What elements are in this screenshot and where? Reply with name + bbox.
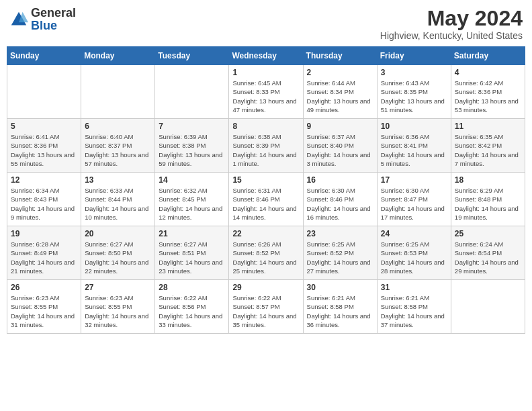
calendar-cell: 11Sunrise: 6:35 AM Sunset: 8:42 PM Dayli… (451, 119, 525, 173)
day-number: 6 (85, 122, 151, 131)
calendar-cell: 17Sunrise: 6:30 AM Sunset: 8:47 PM Dayli… (377, 173, 451, 226)
calendar-cell: 26Sunrise: 6:23 AM Sunset: 8:55 PM Dayli… (7, 280, 81, 334)
day-number: 13 (85, 175, 151, 185)
calendar-cell: 4Sunrise: 6:42 AM Sunset: 8:36 PM Daylig… (451, 65, 525, 119)
calendar-cell: 25Sunrise: 6:24 AM Sunset: 8:54 PM Dayli… (451, 226, 525, 280)
day-info: Sunrise: 6:21 AM Sunset: 8:58 PM Dayligh… (307, 293, 373, 329)
calendar-week-1: 1Sunrise: 6:45 AM Sunset: 8:33 PM Daylig… (7, 65, 525, 119)
day-info: Sunrise: 6:26 AM Sunset: 8:52 PM Dayligh… (232, 240, 299, 275)
day-info: Sunrise: 6:29 AM Sunset: 8:48 PM Dayligh… (455, 186, 521, 222)
day-info: Sunrise: 6:30 AM Sunset: 8:46 PM Dayligh… (307, 186, 373, 222)
day-number: 21 (159, 229, 225, 238)
day-number: 19 (11, 229, 77, 238)
calendar-week-2: 5Sunrise: 6:41 AM Sunset: 8:36 PM Daylig… (7, 119, 525, 173)
day-info: Sunrise: 6:22 AM Sunset: 8:57 PM Dayligh… (232, 293, 299, 329)
day-number: 1 (232, 68, 299, 77)
day-number: 22 (232, 229, 299, 238)
day-header-saturday: Saturday (451, 47, 525, 65)
calendar-week-3: 12Sunrise: 6:34 AM Sunset: 8:43 PM Dayli… (7, 173, 525, 226)
calendar-week-4: 19Sunrise: 6:28 AM Sunset: 8:49 PM Dayli… (7, 226, 525, 280)
day-info: Sunrise: 6:37 AM Sunset: 8:40 PM Dayligh… (307, 132, 373, 168)
day-header-sunday: Sunday (7, 47, 81, 65)
day-header-tuesday: Tuesday (155, 47, 229, 65)
day-info: Sunrise: 6:32 AM Sunset: 8:45 PM Dayligh… (159, 186, 225, 222)
day-number: 2 (307, 68, 373, 77)
calendar-cell: 16Sunrise: 6:30 AM Sunset: 8:46 PM Dayli… (303, 173, 377, 226)
calendar-cell: 20Sunrise: 6:27 AM Sunset: 8:50 PM Dayli… (81, 226, 155, 280)
logo: General Blue (9, 7, 76, 32)
day-number: 7 (159, 122, 225, 131)
day-info: Sunrise: 6:23 AM Sunset: 8:55 PM Dayligh… (11, 293, 77, 329)
calendar-cell: 15Sunrise: 6:31 AM Sunset: 8:46 PM Dayli… (229, 173, 303, 226)
day-number: 20 (85, 229, 151, 238)
calendar-cell: 29Sunrise: 6:22 AM Sunset: 8:57 PM Dayli… (229, 280, 303, 334)
day-number: 18 (455, 175, 521, 185)
day-info: Sunrise: 6:38 AM Sunset: 8:39 PM Dayligh… (232, 132, 299, 168)
day-info: Sunrise: 6:25 AM Sunset: 8:53 PM Dayligh… (381, 240, 447, 275)
logo-general: General Blue (31, 7, 76, 32)
day-info: Sunrise: 6:34 AM Sunset: 8:43 PM Dayligh… (11, 186, 77, 222)
calendar-cell (451, 280, 525, 334)
calendar-cell (81, 65, 155, 119)
calendar-body: 1Sunrise: 6:45 AM Sunset: 8:33 PM Daylig… (7, 65, 525, 334)
day-number: 31 (381, 283, 447, 292)
day-number: 8 (232, 122, 299, 131)
day-header-thursday: Thursday (303, 47, 377, 65)
day-number: 29 (232, 283, 299, 292)
day-number: 30 (307, 283, 373, 292)
day-number: 15 (232, 175, 299, 185)
calendar-cell: 1Sunrise: 6:45 AM Sunset: 8:33 PM Daylig… (229, 65, 303, 119)
calendar-cell: 13Sunrise: 6:33 AM Sunset: 8:44 PM Dayli… (81, 173, 155, 226)
calendar-cell: 9Sunrise: 6:37 AM Sunset: 8:40 PM Daylig… (303, 119, 377, 173)
day-header-wednesday: Wednesday (229, 47, 303, 65)
calendar-cell: 8Sunrise: 6:38 AM Sunset: 8:39 PM Daylig… (229, 119, 303, 173)
calendar-cell: 7Sunrise: 6:39 AM Sunset: 8:38 PM Daylig… (155, 119, 229, 173)
day-info: Sunrise: 6:41 AM Sunset: 8:36 PM Dayligh… (11, 132, 77, 168)
day-info: Sunrise: 6:27 AM Sunset: 8:51 PM Dayligh… (159, 240, 225, 275)
calendar-cell: 14Sunrise: 6:32 AM Sunset: 8:45 PM Dayli… (155, 173, 229, 226)
calendar-week-5: 26Sunrise: 6:23 AM Sunset: 8:55 PM Dayli… (7, 280, 525, 334)
calendar-table: SundayMondayTuesdayWednesdayThursdayFrid… (7, 46, 525, 334)
day-number: 11 (455, 122, 521, 131)
location: Highview, Kentucky, United States (380, 30, 523, 41)
day-info: Sunrise: 6:28 AM Sunset: 8:49 PM Dayligh… (11, 240, 77, 275)
day-number: 12 (11, 175, 77, 185)
day-info: Sunrise: 6:39 AM Sunset: 8:38 PM Dayligh… (159, 132, 225, 168)
day-header-friday: Friday (377, 47, 451, 65)
day-number: 16 (307, 175, 373, 185)
calendar-cell: 5Sunrise: 6:41 AM Sunset: 8:36 PM Daylig… (7, 119, 81, 173)
calendar-cell: 31Sunrise: 6:21 AM Sunset: 8:58 PM Dayli… (377, 280, 451, 334)
calendar-cell: 28Sunrise: 6:22 AM Sunset: 8:56 PM Dayli… (155, 280, 229, 334)
day-number: 3 (381, 68, 447, 77)
day-info: Sunrise: 6:22 AM Sunset: 8:56 PM Dayligh… (159, 293, 225, 329)
calendar-cell: 2Sunrise: 6:44 AM Sunset: 8:34 PM Daylig… (303, 65, 377, 119)
day-info: Sunrise: 6:33 AM Sunset: 8:44 PM Dayligh… (85, 186, 151, 222)
calendar-header-row: SundayMondayTuesdayWednesdayThursdayFrid… (7, 47, 525, 65)
day-info: Sunrise: 6:23 AM Sunset: 8:55 PM Dayligh… (85, 293, 151, 329)
day-number: 17 (381, 175, 447, 185)
day-info: Sunrise: 6:36 AM Sunset: 8:41 PM Dayligh… (381, 132, 447, 168)
calendar-cell: 12Sunrise: 6:34 AM Sunset: 8:43 PM Dayli… (7, 173, 81, 226)
day-info: Sunrise: 6:30 AM Sunset: 8:47 PM Dayligh… (381, 186, 447, 222)
title-block: May 2024 Highview, Kentucky, United Stat… (380, 7, 523, 41)
calendar-cell: 24Sunrise: 6:25 AM Sunset: 8:53 PM Dayli… (377, 226, 451, 280)
day-number: 24 (381, 229, 447, 238)
page-header: General Blue May 2024 Highview, Kentucky… (7, 7, 525, 41)
day-info: Sunrise: 6:35 AM Sunset: 8:42 PM Dayligh… (455, 132, 521, 168)
calendar-cell: 19Sunrise: 6:28 AM Sunset: 8:49 PM Dayli… (7, 226, 81, 280)
calendar-cell: 30Sunrise: 6:21 AM Sunset: 8:58 PM Dayli… (303, 280, 377, 334)
day-number: 14 (159, 175, 225, 185)
calendar-cell (7, 65, 81, 119)
calendar-cell: 22Sunrise: 6:26 AM Sunset: 8:52 PM Dayli… (229, 226, 303, 280)
calendar-cell: 10Sunrise: 6:36 AM Sunset: 8:41 PM Dayli… (377, 119, 451, 173)
month-year: May 2024 (380, 7, 523, 30)
day-number: 28 (159, 283, 225, 292)
day-info: Sunrise: 6:25 AM Sunset: 8:52 PM Dayligh… (307, 240, 373, 275)
day-number: 27 (85, 283, 151, 292)
calendar-cell (155, 65, 229, 119)
calendar-cell: 21Sunrise: 6:27 AM Sunset: 8:51 PM Dayli… (155, 226, 229, 280)
day-info: Sunrise: 6:21 AM Sunset: 8:58 PM Dayligh… (381, 293, 447, 329)
day-info: Sunrise: 6:31 AM Sunset: 8:46 PM Dayligh… (232, 186, 299, 222)
calendar-cell: 27Sunrise: 6:23 AM Sunset: 8:55 PM Dayli… (81, 280, 155, 334)
day-info: Sunrise: 6:44 AM Sunset: 8:34 PM Dayligh… (307, 79, 373, 114)
